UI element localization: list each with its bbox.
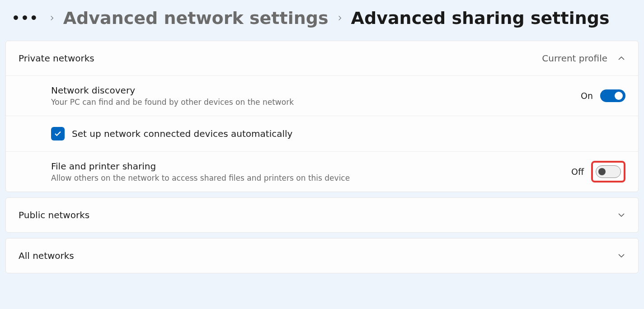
file-printer-row: File and printer sharing Allow others on… [6,151,638,192]
auto-setup-label: Set up network connected devices automat… [72,128,292,139]
public-networks-panel: Public networks [5,197,639,233]
breadcrumb-current: Advanced sharing settings [351,8,610,28]
check-icon [54,130,62,138]
auto-setup-row: Set up network connected devices automat… [6,116,638,151]
breadcrumb-parent[interactable]: Advanced network settings [63,8,329,28]
public-networks-header[interactable]: Public networks [6,198,638,232]
network-discovery-toggle[interactable] [600,89,625,102]
private-networks-panel: Private networks Current profile Network… [5,41,639,192]
section-title: All networks [19,250,617,261]
private-networks-header[interactable]: Private networks Current profile [6,41,638,75]
chevron-down-icon [617,211,625,219]
network-discovery-desc: Your PC can find and be found by other d… [51,98,581,107]
section-title: Private networks [19,53,542,64]
chevron-up-icon [617,54,625,62]
file-printer-highlight [591,161,625,183]
network-discovery-info: Network discovery Your PC can find and b… [51,85,581,107]
all-networks-panel: All networks [5,238,639,273]
breadcrumb-ellipsis[interactable]: ••• [10,11,41,26]
section-title: Public networks [19,210,617,220]
file-printer-desc: Allow others on the network to access sh… [51,173,571,183]
network-discovery-title: Network discovery [51,85,581,96]
chevron-right-icon [49,13,55,23]
network-discovery-state: On [581,91,593,101]
file-printer-state: Off [571,167,584,177]
file-printer-title: File and printer sharing [51,161,571,172]
all-networks-header[interactable]: All networks [6,239,638,273]
file-printer-toggle[interactable] [596,165,621,178]
toggle-knob [598,168,606,175]
chevron-down-icon [617,252,625,260]
network-discovery-row: Network discovery Your PC can find and b… [6,75,638,116]
breadcrumb: ••• Advanced network settings Advanced s… [0,0,644,41]
auto-setup-checkbox[interactable] [51,127,65,140]
toggle-knob [615,92,623,100]
file-printer-info: File and printer sharing Allow others on… [51,161,571,183]
current-profile-label: Current profile [542,53,607,64]
chevron-right-icon [337,13,343,23]
